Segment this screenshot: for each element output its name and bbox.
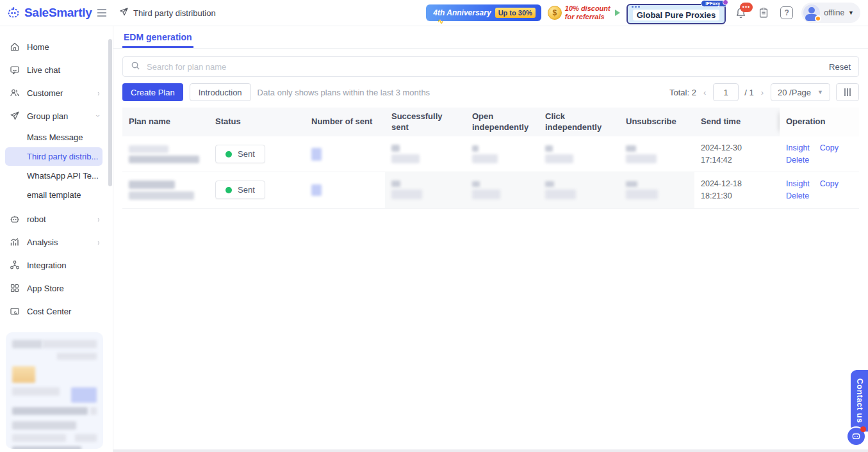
hamburger-icon[interactable] bbox=[97, 9, 106, 17]
insight-link[interactable]: Insight bbox=[786, 179, 810, 188]
create-plan-button[interactable]: Create Plan bbox=[122, 83, 183, 101]
sidebar-item-cost-center[interactable]: Cost Center bbox=[0, 300, 108, 323]
sidebar-item-label: Analysis bbox=[27, 238, 58, 247]
sidebar-item-robot[interactable]: robot › bbox=[0, 207, 108, 230]
tab-bar: EDM generation bbox=[113, 26, 868, 49]
chevron-right-icon: › bbox=[98, 238, 100, 246]
clipboard-button[interactable] bbox=[755, 4, 772, 21]
column-header-operation: Operation bbox=[780, 108, 859, 136]
green-dot-icon bbox=[225, 187, 232, 193]
referral-banner[interactable]: $ 10% discount for referrals bbox=[548, 4, 620, 20]
cell-status: Sent bbox=[209, 172, 305, 208]
home-icon bbox=[10, 42, 20, 52]
sidebar-item-label: robot bbox=[27, 214, 46, 224]
table-row: Sent 2024-12-3017:14:42 InsightCopyDelet… bbox=[122, 136, 859, 172]
send-icon bbox=[119, 7, 129, 19]
logo[interactable]: SaleSmartly bbox=[0, 6, 113, 20]
sidebar-item-label: Integration bbox=[27, 261, 66, 270]
cell-click-independently bbox=[539, 136, 619, 172]
anniversary-banner[interactable]: 4th Anniversary Up to 30% ∿ bbox=[426, 4, 541, 21]
page-count: / 1 bbox=[744, 88, 753, 97]
sidebar-item-analysis[interactable]: Analysis › bbox=[0, 230, 108, 254]
contact-us-label: Contact us bbox=[855, 378, 864, 423]
sidebar-item-email-template[interactable]: email template bbox=[5, 186, 102, 204]
chevron-right-icon: › bbox=[98, 214, 100, 223]
proxy-title: Global Pure Proxies bbox=[633, 10, 720, 20]
delete-link[interactable]: Delete bbox=[786, 156, 809, 165]
referral-text: 10% discount for referrals bbox=[565, 4, 610, 20]
contact-us-button[interactable]: Contact us bbox=[851, 370, 868, 432]
cell-open-independently bbox=[466, 172, 539, 208]
robot-icon bbox=[10, 214, 20, 224]
status-dot bbox=[815, 15, 821, 22]
sidebar: Home Live chat Customer › Group plan › M… bbox=[0, 26, 108, 452]
anniversary-badge: Up to 30% bbox=[495, 8, 536, 18]
main-content: EDM generation Reset Create Plan Introdu… bbox=[113, 26, 868, 452]
copy-link[interactable]: Copy bbox=[820, 179, 839, 188]
search-input[interactable] bbox=[147, 62, 823, 72]
sidebar-item-label: Cost Center bbox=[27, 307, 71, 316]
notification-badge: ••• bbox=[740, 3, 753, 12]
chevron-left-icon[interactable]: ‹ bbox=[702, 88, 707, 97]
proxy-tab: IPFoxy bbox=[701, 0, 727, 7]
sidebar-item-group-plan[interactable]: Group plan › bbox=[0, 104, 108, 127]
data-notice: Data only shows plans within the last 3 … bbox=[258, 88, 430, 97]
sidebar-item-third-party-distribution[interactable]: Third party distrib... bbox=[5, 147, 102, 166]
sidebar-item-integration[interactable]: Integration bbox=[0, 254, 108, 277]
column-header-plan-name: Plan name bbox=[122, 108, 209, 136]
sidebar-widget bbox=[6, 332, 103, 449]
top-bar: SaleSmartly Third party distribution 4th… bbox=[0, 0, 868, 26]
column-header-successfully-sent: Successfully sent bbox=[385, 108, 466, 136]
purple-dot-icon bbox=[723, 0, 728, 5]
customer-icon bbox=[10, 88, 20, 98]
page-title: Third party distribution bbox=[133, 8, 216, 18]
robot-logo-icon bbox=[6, 6, 20, 20]
brand-name: SaleSmartly bbox=[24, 6, 92, 20]
column-header-open-independently: Open independently bbox=[466, 108, 539, 136]
cell-operation: InsightCopyDelete bbox=[780, 136, 859, 172]
chevron-right-icon[interactable]: › bbox=[760, 88, 765, 97]
contact-chat-icon[interactable] bbox=[846, 426, 866, 446]
status-badge: Sent bbox=[215, 181, 265, 199]
sidebar-item-label: Live chat bbox=[27, 65, 60, 75]
sidebar-item-whatsapp-api-template[interactable]: WhatsApp API Te... bbox=[5, 166, 102, 185]
sidebar-scrollbar[interactable] bbox=[108, 26, 113, 452]
cell-send-time: 2024-12-3017:14:42 bbox=[694, 136, 780, 172]
sidebar-item-mass-message[interactable]: Mass Message bbox=[5, 128, 102, 147]
notification-dot bbox=[860, 426, 866, 432]
status-badge: Sent bbox=[215, 145, 265, 163]
delete-link[interactable]: Delete bbox=[786, 191, 809, 200]
proxy-banner[interactable]: IPFoxy Global Pure Proxies bbox=[626, 4, 726, 24]
cost-center-icon bbox=[10, 306, 20, 316]
introduction-button[interactable]: Introduction bbox=[190, 83, 251, 101]
user-menu[interactable]: offline ▼ bbox=[801, 3, 860, 23]
cell-operation: InsightCopyDelete bbox=[780, 172, 859, 208]
notifications-button[interactable]: ••• bbox=[732, 4, 749, 21]
page-input[interactable]: 1 bbox=[713, 83, 739, 101]
cell-number-of-sent bbox=[305, 172, 385, 208]
green-dot-icon bbox=[225, 151, 232, 157]
column-header-unsubscribe: Unsubscribe bbox=[619, 108, 694, 136]
horizontal-scrollbar[interactable] bbox=[113, 449, 868, 452]
sidebar-item-live-chat[interactable]: Live chat bbox=[0, 58, 108, 81]
tab-edm-generation[interactable]: EDM generation bbox=[122, 26, 193, 48]
sidebar-item-label: Group plan bbox=[27, 111, 68, 121]
table-header-row: Plan name Status Number of sent Successf… bbox=[122, 108, 859, 136]
sidebar-item-app-store[interactable]: App Store bbox=[0, 277, 108, 300]
insight-link[interactable]: Insight bbox=[786, 143, 810, 152]
analysis-icon bbox=[10, 237, 20, 247]
scrollbar-thumb[interactable] bbox=[108, 39, 112, 186]
cell-click-independently bbox=[539, 172, 619, 208]
reset-button[interactable]: Reset bbox=[829, 62, 851, 72]
sidebar-item-home[interactable]: Home bbox=[0, 35, 108, 58]
cell-plan-name bbox=[122, 136, 209, 172]
page-size-select[interactable]: 20 /Page▼ bbox=[771, 83, 830, 101]
column-settings-button[interactable] bbox=[836, 83, 859, 101]
sidebar-item-customer[interactable]: Customer › bbox=[0, 81, 108, 104]
help-button[interactable]: ? bbox=[778, 4, 795, 21]
help-icon: ? bbox=[780, 6, 793, 19]
table-row: Sent 2024-12-1818:21:30 InsightCopyDelet… bbox=[122, 172, 859, 208]
chat-icon bbox=[10, 65, 20, 75]
column-header-click-independently: Click independently bbox=[539, 108, 619, 136]
copy-link[interactable]: Copy bbox=[820, 143, 839, 152]
